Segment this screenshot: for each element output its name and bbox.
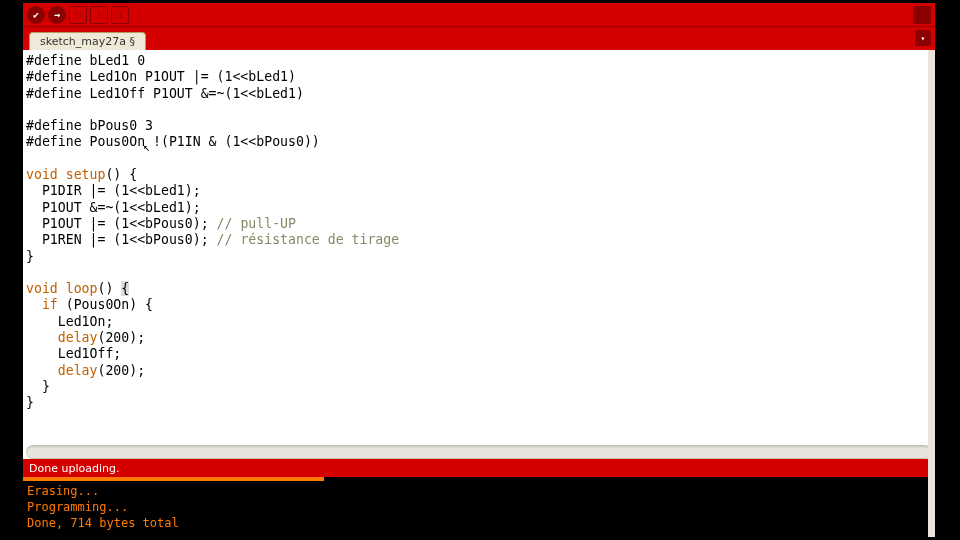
verify-button[interactable]: ✔ bbox=[27, 6, 45, 24]
ide-window: ✔ → ▢ ↑ ↓ sketch_may27a § ▾ #define bLed… bbox=[23, 3, 935, 537]
tab-sketch[interactable]: sketch_may27a § bbox=[29, 32, 146, 50]
console-line: Programming... bbox=[27, 500, 128, 514]
tab-bar: sketch_may27a § ▾ bbox=[23, 27, 935, 50]
new-button[interactable]: ▢ bbox=[69, 6, 87, 24]
output-console[interactable]: Erasing... Programming... Done, 714 byte… bbox=[23, 481, 935, 537]
horizontal-scrollbar[interactable] bbox=[26, 445, 932, 459]
status-bar: Done uploading. bbox=[23, 459, 935, 477]
status-text: Done uploading. bbox=[29, 462, 119, 475]
console-line: Done, 714 bytes total bbox=[27, 516, 179, 530]
open-button[interactable]: ↑ bbox=[90, 6, 108, 24]
toolbar: ✔ → ▢ ↑ ↓ bbox=[23, 3, 935, 27]
serial-monitor-button[interactable] bbox=[913, 6, 931, 24]
console-line: Erasing... bbox=[27, 484, 99, 498]
vertical-scrollbar[interactable] bbox=[928, 50, 935, 537]
save-button[interactable]: ↓ bbox=[111, 6, 129, 24]
tab-menu-button[interactable]: ▾ bbox=[915, 30, 931, 46]
code-editor[interactable]: #define bLed1 0 #define Led1On P1OUT |= … bbox=[23, 50, 935, 445]
code-content[interactable]: #define bLed1 0 #define Led1On P1OUT |= … bbox=[26, 53, 932, 412]
upload-button[interactable]: → bbox=[48, 6, 66, 24]
